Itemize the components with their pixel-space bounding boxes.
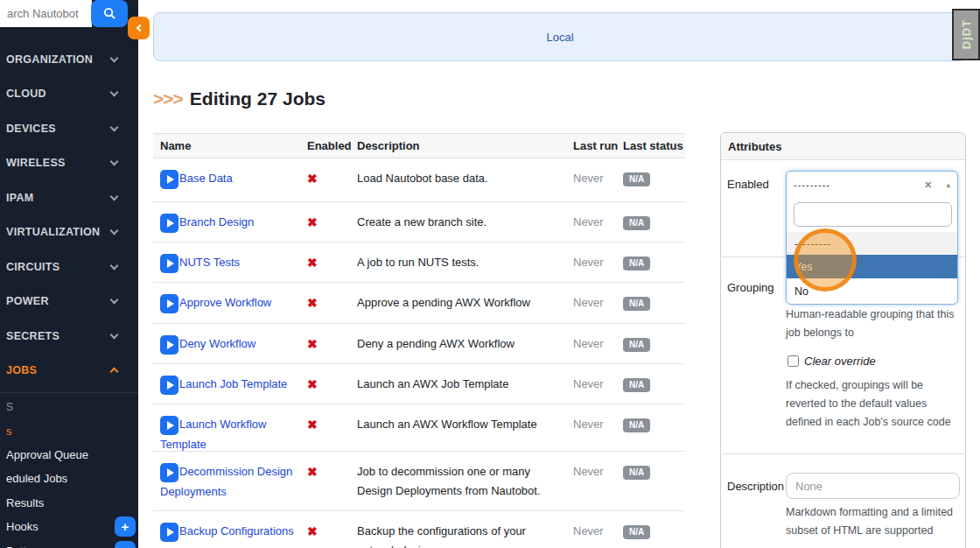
run-job-button[interactable] [160,335,178,355]
status-badge: N/A [623,172,650,186]
sidebar-subitem[interactable]: Approval Queue [0,443,138,467]
chevron-icon [110,192,119,200]
job-description: Load Nautobot base data. [357,158,573,201]
job-name-cell: NUTS Tests [153,242,307,282]
django-debug-toolbar-handle[interactable]: DjDT [952,9,980,60]
run-job-button[interactable] [160,254,178,273]
job-link[interactable]: Approve Workflow [179,296,271,309]
run-job-button[interactable] [160,214,178,233]
sidebar-section-secrets[interactable]: SECRETS [0,319,138,354]
chevron-up-icon[interactable]: ▴ [946,180,950,189]
dropdown-option-none[interactable]: --------- [787,232,957,255]
chevron-icon [110,330,119,339]
chevron-icon [110,296,119,305]
sidebar-section-devices[interactable]: DEVICES [0,111,138,146]
job-description: Launch an AWX Job Template [357,364,573,404]
dropdown-option-yes[interactable]: Yes [787,255,957,278]
sidebar-nav: ORGANIZATION CLOUD DEVICES WIRELESS IPAM… [0,42,138,388]
search-button[interactable] [91,0,128,27]
clear-override-checkbox[interactable] [788,355,799,367]
sidebar-section-cloud[interactable]: CLOUD [0,77,138,112]
run-job-button[interactable] [160,523,178,542]
job-description: Approve a pending AWX Workflow [357,283,573,323]
play-icon [167,259,174,268]
table-body: Base Data ✖ Load Nautobot base data. Nev… [153,158,685,548]
dropdown-option-no[interactable]: No [787,278,957,304]
job-link[interactable]: Base Data [179,172,233,185]
grouping-field-label: Grouping [727,281,774,294]
sidebar-section-power[interactable]: POWER [0,285,138,320]
table-row: NUTS Tests ✖ A job to run NUTS tests. Ne… [153,242,685,283]
add-buttons-button[interactable]: + [115,541,136,548]
job-link[interactable]: Launch Job Template [179,377,287,390]
job-last-status-cell: N/A [623,404,685,454]
sidebar-collapse-button[interactable] [128,17,150,39]
job-link[interactable]: Decommission Design Deployments [160,465,292,498]
job-last-status-cell: N/A [623,452,685,510]
sidebar-section-label: WIRELESS [6,157,66,169]
clear-selection-icon[interactable]: ✕ [924,179,932,191]
col-header-enabled: Enabled [307,139,357,152]
sidebar-subitem[interactable]: s [0,418,138,442]
sidebar-section-ipam[interactable]: IPAM [0,180,138,215]
status-badge: N/A [623,418,650,432]
sidebar-section-wireless[interactable]: WIRELESS [0,146,138,181]
sidebar-subitem[interactable]: Hooks + [0,515,138,538]
sidebar-section-organization[interactable]: ORGANIZATION [0,42,138,77]
description-field-label: Description [727,480,784,493]
dropdown-search-input[interactable] [794,202,952,227]
job-last-run: Never [573,283,623,323]
sidebar-subitem-label: Results [6,496,44,509]
job-last-run: Never [573,404,623,454]
run-job-button[interactable] [160,170,178,189]
enabled-cross-icon: ✖ [307,364,357,404]
table-row: Launch Job Template ✖ Launch an AWX Job … [153,364,685,404]
add-hooks-button[interactable]: + [115,516,136,537]
job-last-status-cell: N/A [623,242,685,282]
col-header-last-run: Last run [573,139,623,152]
status-badge: N/A [623,297,650,311]
sidebar-subitem[interactable]: eduled Jobs [0,467,138,490]
search-icon [103,7,116,20]
enabled-cross-icon: ✖ [307,511,357,548]
sidebar-subitem-label: S [6,401,13,413]
job-link[interactable]: Branch Design [179,215,254,228]
sidebar-section-label: SECRETS [6,330,60,342]
job-link[interactable]: NUTS Tests [179,256,240,269]
enabled-cross-icon: ✖ [307,404,357,454]
enabled-selected-value: --------- [794,179,924,190]
play-icon [167,299,174,308]
job-last-status-cell: N/A [623,364,685,404]
enabled-cross-icon: ✖ [307,242,357,282]
clear-override-label: Clear override [804,355,876,368]
table-row: Deny Workflow ✖ Deny a pending AWX Workf… [153,324,685,364]
job-last-status-cell: N/A [623,202,685,242]
job-name-cell: Approve Workflow [153,283,307,323]
chevron-icon [110,88,119,97]
job-description: Launch an AWX Workflow Template [357,404,573,454]
run-job-button[interactable] [160,294,178,313]
local-banner[interactable]: Local [153,12,967,61]
sidebar-section-virtualization[interactable]: VIRTUALIZATION [0,215,138,250]
main-content: Local DjDT >>>Editing 27 Jobs Name Enabl… [138,0,980,548]
sidebar-subitem[interactable]: S [0,395,138,418]
sidebar-section-label: CLOUD [6,88,46,100]
enabled-select-control[interactable]: --------- ✕ ▴ [787,172,957,198]
run-job-button[interactable] [160,376,178,395]
job-name-cell: Deny Workflow [153,324,307,363]
job-link[interactable]: Backup Configurations [179,524,294,537]
description-input[interactable] [786,473,960,499]
run-job-button[interactable] [160,416,178,435]
sidebar-section-jobs[interactable]: JOBS [0,354,138,389]
sidebar-subitem[interactable]: Buttons + [0,538,138,548]
job-link[interactable]: Deny Workflow [179,337,256,350]
sidebar-subitem[interactable]: Results [0,491,138,515]
job-last-run: Never [573,202,623,242]
page-title-text: Editing 27 Jobs [190,88,326,109]
sidebar-section-circuits[interactable]: CIRCUITS [0,249,138,285]
sidebar-section-label: VIRTUALIZATION [6,226,100,238]
sidebar-section-label: CIRCUITS [6,261,60,273]
table-row: Decommission Design Deployments ✖ Job to… [153,452,685,511]
run-job-button[interactable] [160,463,178,482]
search-input[interactable] [0,0,92,27]
